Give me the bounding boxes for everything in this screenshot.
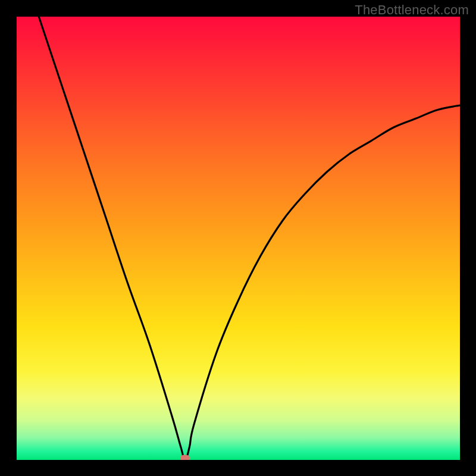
plot-area bbox=[17, 17, 460, 460]
chart-frame: TheBottleneck.com bbox=[0, 0, 476, 476]
gradient-background bbox=[17, 17, 460, 460]
watermark-text: TheBottleneck.com bbox=[355, 2, 469, 18]
optimum-marker bbox=[180, 455, 190, 461]
